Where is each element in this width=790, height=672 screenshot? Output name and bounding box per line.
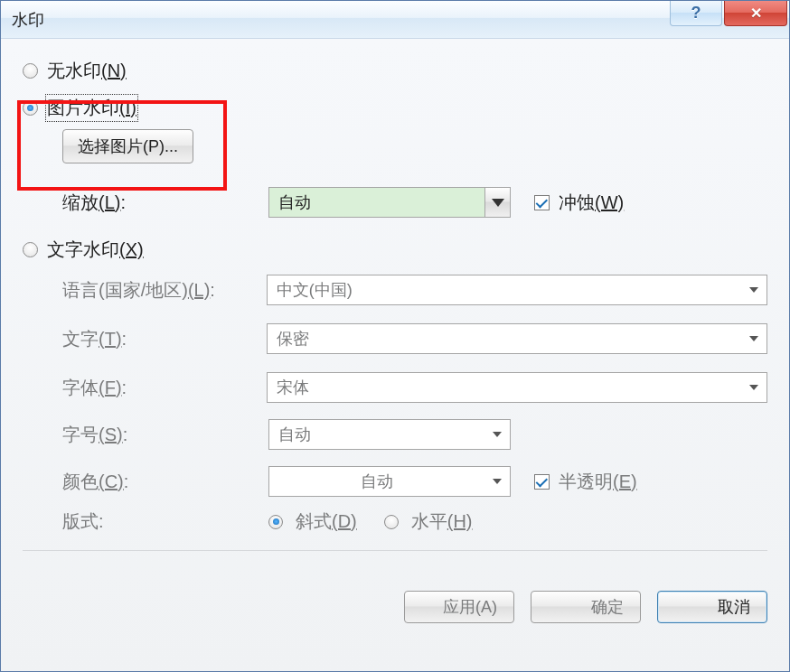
size-combo[interactable]: 自动 — [268, 419, 511, 450]
help-button[interactable]: ? — [670, 1, 722, 26]
color-combo[interactable]: 自动 — [268, 466, 511, 497]
dialog-footer: 应用(A) 确定 取消 — [23, 571, 767, 623]
size-row: 字号(S): 自动 — [23, 419, 767, 450]
radio-text-watermark-label: 文字水印(X) — [47, 238, 144, 262]
close-icon: ✕ — [750, 5, 762, 22]
select-picture-row: 选择图片(P)... — [62, 129, 767, 163]
size-dropdown-arrow[interactable] — [484, 420, 510, 449]
semitransparent-label: 半透明(E) — [559, 470, 637, 494]
apply-button[interactable]: 应用(A) — [404, 591, 514, 623]
washout-checkbox[interactable] — [534, 195, 550, 210]
select-picture-button[interactable]: 选择图片(P)... — [62, 129, 193, 163]
radio-text-watermark[interactable] — [23, 242, 38, 257]
color-value: 自动 — [269, 471, 484, 492]
radio-diagonal[interactable] — [268, 515, 283, 529]
color-row: 颜色(C): 自动 半透明(E) — [23, 466, 767, 497]
radio-picture-watermark[interactable] — [23, 100, 38, 116]
scale-row: 缩放(L): 自动 冲蚀(W) — [23, 187, 767, 218]
chevron-down-icon — [749, 385, 758, 390]
font-combo[interactable]: 宋体 — [267, 372, 767, 403]
chevron-down-icon — [749, 336, 758, 341]
close-button[interactable]: ✕ — [724, 1, 787, 26]
radio-horizontal[interactable] — [384, 515, 399, 529]
size-value: 自动 — [269, 424, 484, 445]
titlebar-buttons: ? ✕ — [670, 1, 789, 28]
font-value: 宋体 — [268, 377, 741, 398]
radio-horizontal-label: 水平(H) — [411, 509, 473, 534]
radio-no-watermark[interactable] — [23, 63, 38, 79]
language-label: 语言(国家/地区)(L): — [62, 278, 267, 303]
text-combo[interactable]: 保密 — [267, 323, 767, 354]
cancel-button-label: 取消 — [718, 596, 750, 618]
select-picture-button-label: 选择图片(P)... — [78, 135, 178, 157]
radio-diagonal-label: 斜式(D) — [296, 509, 357, 534]
size-label: 字号(S): — [62, 423, 268, 447]
font-row: 字体(F): 宋体 — [23, 372, 767, 403]
dialog-body: 无水印(N) 图片水印(I) 选择图片(P)... 缩放(L): 自动 — [1, 39, 789, 671]
radio-no-watermark-row[interactable]: 无水印(N) — [23, 59, 767, 83]
ok-button[interactable]: 确定 — [531, 591, 641, 623]
scale-value: 自动 — [269, 191, 484, 213]
watermark-dialog: 水印 ? ✕ 无水印(N) 图片水印(I) 选择图片(P) — [0, 0, 790, 672]
chevron-down-icon — [493, 432, 502, 437]
language-combo[interactable]: 中文(中国) — [267, 275, 767, 305]
chevron-down-icon — [493, 479, 502, 484]
washout-label: 冲蚀(W) — [559, 191, 624, 215]
chevron-down-icon — [749, 287, 758, 293]
radio-text-watermark-row[interactable]: 文字水印(X) — [23, 238, 767, 262]
layout-label: 版式: — [62, 509, 268, 534]
layout-options: 斜式(D) 水平(H) — [268, 509, 473, 534]
font-label: 字体(F): — [62, 376, 267, 400]
text-label: 文字(T): — [62, 327, 267, 351]
font-dropdown-arrow[interactable] — [741, 373, 766, 402]
language-dropdown-arrow[interactable] — [741, 275, 766, 304]
help-icon: ? — [691, 4, 701, 23]
language-value: 中文(中国) — [268, 279, 741, 301]
layout-row: 版式: 斜式(D) 水平(H) — [23, 509, 767, 534]
text-dropdown-arrow[interactable] — [741, 324, 766, 353]
footer-divider — [23, 550, 767, 551]
radio-no-watermark-label: 无水印(N) — [47, 59, 127, 83]
apply-button-label: 应用(A) — [443, 596, 497, 618]
radio-picture-watermark-label: 图片水印(I) — [47, 96, 136, 120]
scale-label: 缩放(L): — [62, 191, 268, 215]
cancel-button[interactable]: 取消 — [657, 591, 767, 623]
text-row: 文字(T): 保密 — [23, 323, 767, 354]
text-value: 保密 — [268, 328, 741, 350]
chevron-down-icon — [492, 199, 504, 207]
window-title: 水印 — [12, 9, 44, 31]
radio-picture-watermark-row[interactable]: 图片水印(I) — [23, 96, 767, 120]
scale-combo[interactable]: 自动 — [268, 187, 511, 218]
semitransparent-checkbox[interactable] — [534, 474, 550, 490]
titlebar: 水印 ? ✕ — [1, 1, 789, 39]
color-dropdown-arrow[interactable] — [484, 467, 510, 496]
language-row: 语言(国家/地区)(L): 中文(中国) — [23, 275, 767, 305]
scale-dropdown-arrow[interactable] — [484, 188, 510, 217]
ok-button-label: 确定 — [591, 596, 624, 618]
color-label: 颜色(C): — [62, 470, 268, 494]
